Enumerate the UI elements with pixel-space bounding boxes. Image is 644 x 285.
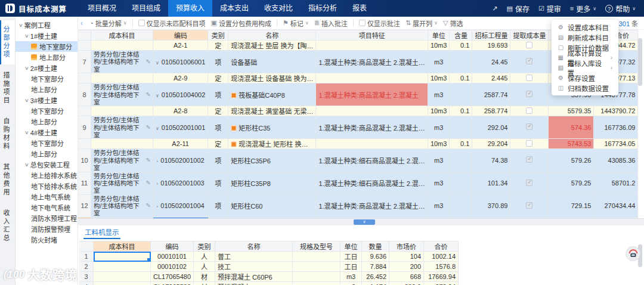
cost-subject-cell[interactable] [91,139,153,149]
column-header[interactable]: 名称 [228,30,316,41]
more-button[interactable]: ≡更多∨ [570,4,596,14]
expand-columns-button[interactable]: ⇅展开列∨ [405,18,438,28]
tab-resource-display[interactable]: 工料机显示 [83,227,120,239]
collapse-panel-icon[interactable]: ‹ [79,19,84,27]
column-header[interactable]: 成本科目 [91,30,153,41]
tree-item[interactable]: 地上部分 [16,148,78,159]
checkbox-icon[interactable] [526,140,532,147]
topbar-menu-item[interactable]: 成本支出 [212,0,256,17]
column-header[interactable]: 类别 [208,30,228,41]
table-row[interactable]: 100010101人普工工日9.6361041002.14 [79,252,459,262]
cost-subject-cell[interactable]: 劳务分包/主体结构/主体结构地下室✎ [91,195,153,218]
tree-item[interactable]: 消防水预埋工程 [16,213,78,224]
column-header[interactable]: 市场价 [389,241,424,252]
code-cell[interactable]: A2-8 [153,106,208,116]
checkbox-icon[interactable] [526,156,532,163]
cost-subject-cell[interactable] [94,252,151,262]
only-notes-checkbox[interactable]: 仅显示批注 [359,18,400,28]
name-cell[interactable]: 现浇混凝土 满堂基础 无梁… [228,106,316,116]
column-header[interactable]: 单位 [428,30,450,41]
chevron-right-icon[interactable]: › [157,159,159,164]
tree-item[interactable]: 地下室部分 [16,106,78,116]
tree-item[interactable]: 防火封堵 [16,234,78,245]
menu-item-1[interactable]: ⚙设置成本科目 [552,22,618,32]
column-header[interactable]: 名称 [215,241,293,252]
edit-icon[interactable]: ✎ [146,202,151,209]
share-icon[interactable]: ↗ [492,5,497,13]
cost-subject-cell[interactable]: 劳务分包/主体结构/主体结构地下室✎ [91,51,153,73]
batch-decompose-button[interactable]: ◔批量分解∨ [89,18,127,28]
column-header[interactable]: 规格及型号 [293,241,340,252]
name-cell[interactable]: 矩形柱C35P6 [228,149,316,172]
help-button[interactable]: ?帮助∨ [605,4,636,14]
chevron-down-icon[interactable]: ∨ [156,126,159,131]
menu-item-2[interactable]: ▤刷新成本科目 [552,32,618,42]
table-row[interactable]: 11劳务分包/主体结构/主体结构地下室✎›010502001003项矩形柱C35… [78,172,638,195]
topbar-menu-item[interactable]: 收支对比 [256,0,301,17]
submit-review-button[interactable]: ☑提审 [538,4,561,14]
column-header[interactable]: 含量 [450,30,472,41]
set-subcontract-button[interactable]: ▣设置分包费用构成 [211,18,271,28]
edit-icon[interactable]: ✎ [146,58,151,66]
code-cell[interactable]: A2-9 [153,73,208,83]
only-unmatched-checkbox[interactable]: 仅显示未匹配科目项 [138,18,206,28]
code-cell[interactable]: ∨010502001001 [153,116,208,139]
panel-splitter[interactable]: ∨ [78,218,644,225]
extract-cost-cell[interactable] [510,73,549,83]
extract-cost-cell[interactable] [510,172,549,195]
tree-item[interactable]: 地上部分 [16,52,78,63]
name-cell[interactable]: 现浇混凝土 设备基础 换为… [228,73,316,83]
tree-item[interactable]: 消防报警预埋 [16,224,78,234]
insert-note-button[interactable]: ≣插入批注 [314,18,348,28]
column-header[interactable]: 合价 [424,241,459,252]
topbar-menu-item[interactable]: 预算收入 [168,0,212,17]
column-header[interactable]: 编码 [151,241,194,252]
code-cell[interactable]: ›010502001003 [153,172,208,195]
cost-subject-cell[interactable]: 劳务分包/主体结构/主体结构地下室✎ [91,149,153,172]
cost-subject-cell[interactable] [91,73,153,83]
tree-item[interactable]: 地上给排水系统 [16,170,78,181]
chevron-down-icon[interactable]: ∨ [24,98,29,103]
menu-item-7[interactable]: ◫归档数据设置 [552,83,618,93]
cost-subject-cell[interactable]: 劳务分包/主体结构/主体结构地下室✎ [91,83,153,106]
tree-item[interactable]: 地下室部分 [16,41,78,52]
column-header[interactable]: 单位 [340,241,362,252]
cost-subject-cell[interactable] [91,41,153,51]
sidebar-tab[interactable]: 分部分项 [0,20,15,64]
column-header[interactable]: 类别 [194,241,215,252]
code-cell[interactable]: A2-1 [153,41,208,51]
checkbox-icon[interactable] [526,202,532,209]
topbar-menu-item[interactable]: 项目组成 [124,0,168,17]
table-row[interactable]: 10劳务分包/主体结构/主体结构地下室✎›010502001002项矩形柱C35… [78,149,638,172]
column-header[interactable]: 数量 [362,241,389,252]
cost-subject-cell[interactable] [91,106,153,116]
checkbox-icon[interactable] [526,91,532,97]
chevron-down-icon[interactable]: ∨ [24,130,29,135]
cost-subject-cell[interactable] [94,262,151,272]
tree-item[interactable]: ∨总包安装工程 [16,159,78,170]
code-cell[interactable]: ∨010501004002 [153,83,208,106]
table-row[interactable]: A2-8定现浇混凝土 满堂基础 无梁…10m30.1258.7745579.35… [78,106,638,116]
sidebar-tab[interactable]: 收入汇总 [0,204,15,248]
tree-item[interactable]: 地下给排水系统 [16,181,78,191]
code-cell[interactable]: ›010502001002 [153,149,208,172]
table-row[interactable]: 12劳务分包/主体结构/主体结构地下室✎›010502001004项矩形柱C60… [78,195,638,218]
checkbox-icon[interactable] [526,107,532,114]
topbar-menu-item[interactable]: 指标分析 [301,0,345,17]
chevron-down-icon[interactable]: ∨ [156,60,159,66]
cost-subject-cell[interactable] [94,272,151,282]
code-cell[interactable]: A2-11 [153,139,208,149]
checkbox-icon[interactable] [526,75,532,81]
table-row[interactable]: 9劳务分包/主体结构/主体结构地下室✎∨010502001001项矩形柱C351… [78,116,638,139]
column-header[interactable]: 招标工程量 [472,30,510,41]
tree-item[interactable]: ∨案例工程 [16,20,78,30]
name-cell[interactable]: 矩形柱C35 [228,116,316,139]
extract-cost-cell[interactable] [510,41,549,51]
name-cell[interactable]: 矩形柱C35P8 [228,172,316,195]
chevron-down-icon[interactable]: ∨ [156,93,159,98]
extract-cost-cell[interactable] [510,106,549,116]
collapse-handle[interactable]: ∨ [354,219,375,225]
name-cell[interactable]: 矩形柱C60 [228,195,316,218]
name-cell[interactable]: 现浇混凝土 矩形柱 换… [228,139,316,149]
name-cell[interactable]: 现浇混凝土 垫层 换为【陶… [228,41,316,51]
